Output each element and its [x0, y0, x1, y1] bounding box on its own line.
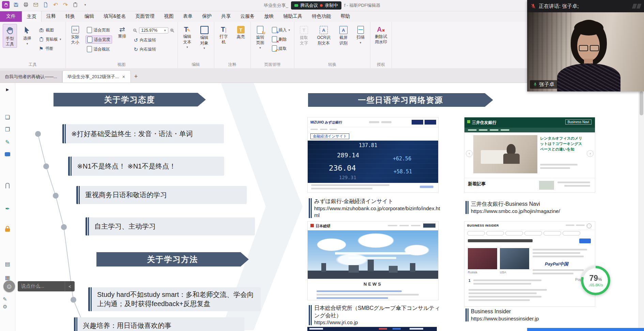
document-tab-2-active[interactable]: 毕业生分享_2012级张子... × [62, 70, 131, 83]
zoom-out-button[interactable] [133, 28, 138, 33]
zoom-level-select[interactable]: 125.97% ▾ [139, 27, 168, 33]
speaking-status-text: 正在讲话: 张子卓; [539, 3, 579, 10]
screenshot-ocr-button[interactable]: A 截屏识别 [337, 24, 350, 46]
menu-tab-protect[interactable]: 保护 [197, 11, 216, 22]
menu-tab-help[interactable]: 帮助 [336, 11, 355, 22]
settings-gear-icon[interactable]: ⚙ [3, 304, 7, 310]
menu-tab-edit[interactable]: 编辑 [80, 11, 99, 22]
menu-tab-organize[interactable]: 页面管理 [131, 11, 159, 22]
extract-page-icon: ↶ [272, 45, 277, 52]
chat-input[interactable]: 说点什么... [18, 281, 65, 291]
extract-pages-button[interactable]: ↶ 提取 [271, 45, 292, 52]
insert-pages-button[interactable]: + 插入 ▾ [271, 26, 292, 34]
recording-dot-icon [320, 4, 323, 7]
menu-tab-cloud[interactable]: 云服务 [235, 11, 259, 22]
document-tab-1[interactable]: 自我与他者的再确认——... [0, 71, 62, 83]
business-insider-website-screenshot: BUSINESS INSIDER Russia USA [464, 221, 595, 307]
extract-text-button[interactable]: T 提取文字 [297, 24, 311, 46]
page-thumbnails-panel-icon[interactable]: ❐ [0, 126, 15, 133]
highlight-icon: T [237, 26, 245, 33]
menu-tab-fill-sign[interactable]: 填写&签名 [99, 11, 131, 22]
jri-website-screenshot: 日本総研 NEWS [307, 221, 439, 300]
reflow-button[interactable]: ⇄ 重排 [116, 24, 129, 40]
resource-title: 日本総合研究所（SMBCグループ傘下コンサルティング会社） [314, 304, 442, 319]
edit-object-button[interactable]: 编辑对象 ▾ [198, 24, 211, 51]
comments-panel-icon[interactable] [0, 152, 15, 158]
security-panel-icon[interactable] [0, 226, 15, 233]
zoom-in-button[interactable] [170, 28, 175, 33]
chat-collapse-button[interactable]: < [65, 281, 75, 291]
annotations-panel-icon[interactable]: ✎ [0, 139, 15, 145]
clipboard-icon [39, 37, 44, 42]
emoji-button[interactable]: ☺ [3, 280, 15, 292]
meeting-video-overlay[interactable]: 正在讲话: 张子卓; 张子卓 [527, 0, 644, 91]
fit-width-icon [87, 37, 92, 43]
menu-tab-present[interactable]: 放映 [259, 11, 278, 22]
select-tool-button[interactable]: 选择 ▾ [20, 24, 34, 46]
edit-text-icon: T✎ [184, 26, 190, 33]
fit-page-icon [87, 27, 92, 33]
rotate-pages-button[interactable]: ↻ 旋转页面 ▾ [254, 24, 267, 50]
rotate-right-icon: ↻ [134, 47, 138, 52]
banner-learning-method: 关于学习方法 [96, 252, 249, 267]
method-point-2: 兴趣培养：用日语做喜欢的事 [74, 317, 244, 331]
close-tab-icon[interactable]: × [122, 74, 126, 80]
fit-page-button[interactable]: 适合页面 [86, 26, 112, 34]
new-tab-button[interactable]: + [131, 71, 141, 83]
attachments-panel-icon[interactable] [0, 183, 15, 190]
edit-text-button[interactable]: T✎ 编辑文本 ▾ [181, 24, 194, 49]
ribbon-group-pages: ↻ 旋转页面 ▾ + 插入 ▾ × 删除 ↶ [251, 22, 295, 68]
rotate-right-button[interactable]: ↻ 向右旋转 [133, 45, 175, 53]
menu-tab-features[interactable]: 特色功能 [307, 11, 336, 22]
delete-pages-button[interactable]: × 删除 [271, 35, 292, 43]
group-label-convert: 转换 [294, 62, 370, 68]
ocr-button[interactable]: A OCR识别文本 [314, 24, 333, 46]
taskbar-edge-strip [527, 328, 644, 331]
fields-panel-icon[interactable]: ▦ [0, 274, 15, 281]
annotate-tools-icon[interactable]: ✎ [3, 296, 7, 302]
tencent-meeting-badge[interactable]: 腾讯会议 录制中 [291, 1, 341, 10]
layers-panel-icon[interactable]: ▤ [0, 261, 15, 267]
expand-panel-arrow-icon[interactable]: ▶ [0, 87, 15, 92]
vertical-scrollbar[interactable]: ▲ [639, 83, 644, 331]
carousel-prev-icon: ‹ [466, 150, 473, 157]
caret-icon: ▾ [203, 47, 205, 50]
rotate-left-button[interactable]: ↺ 向左旋转 [133, 36, 175, 44]
signature-panel-icon[interactable]: ✒ [0, 205, 15, 212]
resource-caption-smbc: 三井住友銀行-Business Navi https://www.smbc.co… [465, 200, 598, 215]
snapshot-button[interactable]: 截图 [37, 26, 63, 34]
meeting-speaking-bar[interactable]: 正在讲话: 张子卓; [527, 0, 644, 12]
fit-width-button[interactable]: 适合宽度 [86, 35, 112, 44]
download-progress-widget[interactable]: 79% ↓65.8K/s [581, 266, 610, 295]
fit-visible-button[interactable]: 适合视区 [86, 45, 112, 53]
mizuho-logo: MIZUHO みずほ銀行 [310, 120, 342, 125]
actual-size-button[interactable]: 1:1 实际大小 [68, 24, 82, 46]
remove-watermark-button[interactable]: A✖ 删除试用水印 [373, 24, 389, 45]
typewriter-button[interactable]: T| 打字机 [217, 24, 231, 45]
resource-url: https://www.mizuhobank.co.jp/corporate/b… [314, 205, 442, 219]
bookmark-button[interactable]: ⚑ 书签 [37, 45, 63, 52]
carousel-next-icon: › [587, 150, 594, 157]
bookmarks-panel-icon[interactable]: ❏ [0, 114, 15, 120]
clipboard-button[interactable]: 剪贴板 ▾ [37, 35, 63, 43]
menu-tab-view[interactable]: 视图 [159, 11, 178, 22]
scan-button[interactable]: 扫描 ▾ [354, 24, 367, 45]
scrollbar-thumb[interactable] [640, 91, 643, 115]
highlight-button[interactable]: T 高亮 [234, 24, 248, 41]
menu-tab-comment[interactable]: 注释 [42, 11, 61, 22]
group-label-view: 视图 [66, 62, 178, 68]
bullet-node [43, 163, 49, 169]
hand-tool-button[interactable]: 手型工具 [3, 24, 17, 48]
smbc-nav-label: Business Navi [565, 119, 592, 125]
menu-tab-convert[interactable]: 转换 [61, 11, 80, 22]
menu-tab-accessibility[interactable]: 辅助工具 [278, 11, 307, 22]
meeting-logo-icon [633, 4, 641, 9]
attitude-point-2: ※N1不是终点！ ※N1不是终点！ [68, 157, 224, 176]
ribbon-group-convert: T 提取文字 A OCR识别文本 A 截屏识别 扫描 ▾ 转换 [294, 22, 370, 68]
bi-label-russia: Russia [468, 271, 477, 274]
menu-tab-share[interactable]: 共享 [216, 11, 235, 22]
method-point-1: Study hard不如study smart：多和老师交流、学会向上沟通；及时… [88, 287, 261, 311]
menu-tab-file[interactable]: 文件 [0, 11, 22, 22]
menu-tab-home[interactable]: 主页 [22, 11, 42, 22]
menu-tab-form[interactable]: 表单 [178, 11, 197, 22]
